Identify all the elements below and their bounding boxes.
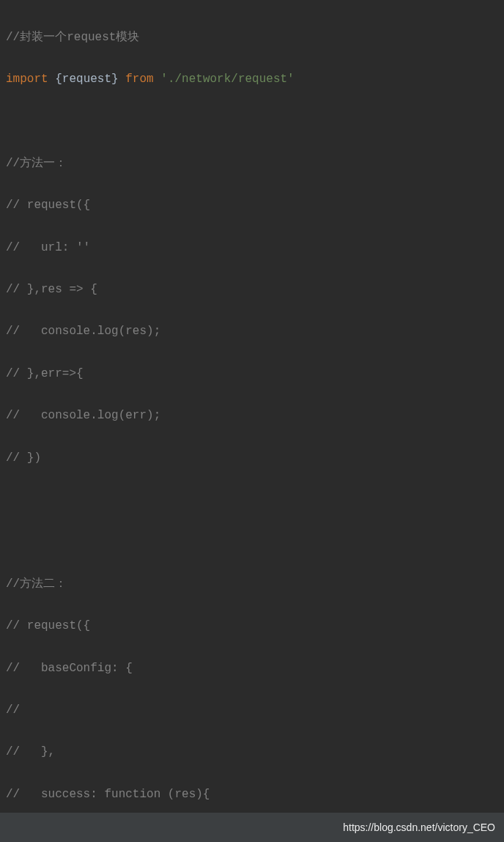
code-line: // },err=>{ xyxy=(6,363,504,385)
code-line xyxy=(6,531,504,553)
code-line: // console.log(err); xyxy=(6,405,504,426)
code-line: //方法二： xyxy=(6,574,504,595)
code-line: import {request} from './network/request… xyxy=(6,69,504,90)
code-line: // request({ xyxy=(6,195,504,216)
code-line: //封装一个request模块 xyxy=(6,27,504,48)
code-line: // baseConfig: { xyxy=(6,658,504,679)
code-line: // xyxy=(6,700,504,721)
code-line: // },res => { xyxy=(6,279,504,300)
code-line: // }, xyxy=(6,742,504,763)
code-line: // url: '' xyxy=(6,237,504,259)
code-line: //方法一： xyxy=(6,153,504,174)
watermark-text: https://blog.csdn.net/victory_CEO xyxy=(343,821,495,833)
code-line: // }) xyxy=(6,448,504,469)
code-line: // console.log(res); xyxy=(6,321,504,342)
code-editor[interactable]: //封装一个request模块 import {request} from '.… xyxy=(0,0,504,842)
code-line xyxy=(6,490,504,511)
code-line: // request({ xyxy=(6,616,504,637)
code-line: // success: function (res){ xyxy=(6,784,504,805)
code-line xyxy=(6,111,504,132)
